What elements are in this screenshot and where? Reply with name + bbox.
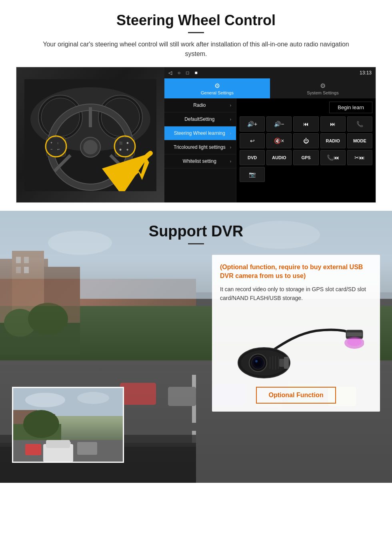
svg-text:⬛: ⬛ — [119, 141, 123, 145]
page-title: Steering Wheel Control — [16, 12, 376, 29]
svg-text:◉: ◉ — [119, 148, 122, 151]
svg-rect-69 — [284, 357, 289, 369]
dvr-device-svg — [228, 311, 364, 379]
ctrl-next[interactable]: ⏭ — [320, 116, 346, 132]
ctrl-radio[interactable]: RADIO — [320, 133, 346, 148]
svg-rect-36 — [24, 267, 29, 273]
ctrl-back[interactable]: ↩ — [240, 133, 265, 148]
android-ui: ◁ ○ □ ■ 13:13 ⚙ General Settings ⚙ Syste… — [164, 67, 376, 202]
begin-learn-button[interactable]: Begin learn — [329, 102, 372, 113]
svg-rect-18 — [115, 137, 134, 156]
settings-tabs: ⚙ General Settings ⚙ System Settings — [164, 78, 376, 98]
optional-function-button[interactable]: Optional Function — [256, 387, 336, 404]
home-icon[interactable]: ○ — [178, 70, 180, 76]
svg-point-63 — [255, 360, 258, 362]
ctrl-prev[interactable]: ⏮ — [293, 116, 318, 132]
svg-rect-46 — [168, 387, 196, 406]
ctrl-audio[interactable]: AUDIO — [266, 150, 292, 165]
menu-whitelist-label: Whitelist setting — [169, 158, 230, 164]
menu-tricoloured-label: Tricoloured light settings — [169, 144, 230, 150]
settings-menu: Radio › DefaultSetting › Steering Wheel … — [164, 98, 236, 202]
svg-rect-80 — [77, 442, 97, 455]
svg-rect-13 — [46, 137, 66, 156]
begin-learn-row: Begin learn — [240, 102, 372, 113]
menu-radio-label: Radio — [169, 102, 230, 108]
svg-rect-33 — [16, 257, 21, 263]
back-icon[interactable]: ◁ — [168, 70, 172, 76]
ctrl-power[interactable]: ⏻ — [293, 133, 318, 148]
tab-general-label: General Settings — [201, 90, 234, 95]
svg-text:−: − — [50, 147, 52, 151]
svg-rect-81 — [25, 444, 41, 455]
settings-main-content: Radio › DefaultSetting › Steering Wheel … — [164, 98, 376, 202]
svg-point-72 — [77, 392, 109, 404]
menu-steering-label: Steering Wheel learning — [169, 130, 230, 136]
menu-item-whitelist[interactable]: Whitelist setting › — [164, 154, 236, 168]
status-bar: ◁ ○ □ ■ 13:13 — [164, 67, 376, 78]
dvr-info-box: (Optional function, require to buy exter… — [212, 255, 380, 412]
nav-icons: ◁ ○ □ ■ — [168, 70, 198, 76]
ctrl-vol-up[interactable]: 🔊+ — [240, 116, 265, 132]
general-settings-icon: ⚙ — [214, 82, 220, 90]
controls-panel: Begin learn 🔊+ 🔊− ⏮ ⏭ 📞 ↩ 🔇× ⏻ RADIO — [236, 98, 376, 202]
dvr-divider — [188, 243, 204, 244]
svg-point-62 — [254, 359, 262, 367]
svg-point-71 — [25, 393, 65, 407]
ctrl-phone[interactable]: 📞 — [347, 116, 372, 132]
tab-general-settings[interactable]: ⚙ General Settings — [164, 78, 270, 98]
menu-item-radio[interactable]: Radio › — [164, 98, 236, 112]
svg-text:✱: ✱ — [126, 142, 129, 144]
chevron-icon-3: › — [230, 131, 231, 136]
svg-rect-55 — [347, 332, 362, 336]
dvr-footage-svg — [13, 388, 124, 463]
menu-item-tricoloured[interactable]: Tricoloured light settings › — [164, 140, 236, 154]
steering-wheel-section: Steering Wheel Control Your original car… — [0, 0, 392, 211]
menu-default-label: DefaultSetting — [169, 116, 230, 122]
chevron-icon-4: › — [230, 145, 231, 150]
screenshot-area: + − ↕ ↩ ⬛ ◉ ✱ ◈ — [16, 67, 376, 203]
ctrl-call-prev[interactable]: 📞⏮ — [320, 150, 346, 165]
menu-item-default-setting[interactable]: DefaultSetting › — [164, 112, 236, 126]
steering-wheel-photo: + − ↕ ↩ ⬛ ◉ ✱ ◈ — [16, 67, 164, 203]
dvr-title-section: Support DVR — [0, 223, 392, 244]
svg-rect-34 — [24, 257, 29, 263]
ctrl-camera[interactable]: 📷 — [240, 167, 265, 182]
menu-icon[interactable]: ■ — [195, 70, 198, 76]
svg-text:+: + — [50, 141, 52, 145]
ctrl-gps[interactable]: GPS — [293, 150, 318, 165]
title-divider — [188, 32, 204, 33]
svg-text:↕: ↕ — [57, 142, 59, 144]
svg-point-39 — [28, 303, 68, 335]
svg-point-12 — [83, 140, 98, 154]
ctrl-vol-down[interactable]: 🔊− — [266, 116, 292, 132]
status-time: 13:13 — [360, 70, 372, 76]
chevron-icon-2: › — [230, 117, 231, 122]
svg-point-76 — [23, 410, 59, 438]
chevron-icon: › — [230, 103, 231, 108]
info-box-title: (Optional function, require to buy exter… — [220, 263, 372, 281]
tab-system-settings[interactable]: ⚙ System Settings — [270, 78, 376, 98]
recents-icon[interactable]: □ — [186, 70, 189, 76]
tab-system-label: System Settings — [307, 90, 338, 95]
menu-item-steering-wheel[interactable]: Steering Wheel learning › — [164, 126, 236, 140]
dvr-title: Support DVR — [0, 223, 392, 240]
svg-text:↩: ↩ — [57, 148, 60, 151]
svg-rect-45 — [120, 383, 156, 405]
svg-rect-83 — [46, 440, 70, 448]
chevron-icon-5: › — [230, 159, 231, 164]
ctrl-mode[interactable]: MODE — [347, 133, 372, 148]
svg-rect-35 — [16, 267, 21, 273]
dvr-section: Support DVR (Optional function, require … — [0, 211, 392, 483]
ctrl-dvd[interactable]: DVD — [240, 150, 265, 165]
svg-point-57 — [347, 338, 362, 346]
controls-grid: 🔊+ 🔊− ⏮ ⏭ 📞 ↩ 🔇× ⏻ RADIO MODE DVD AUDI — [240, 116, 372, 182]
section-description: Your original car's steering wheel contr… — [32, 40, 360, 59]
info-box-text: It can record video only to storage in G… — [220, 285, 372, 303]
steering-wheel-image: + − ↕ ↩ ⬛ ◉ ✱ ◈ — [24, 79, 156, 191]
ctrl-mute[interactable]: 🔇× — [266, 133, 292, 148]
dvr-thumbnail — [12, 387, 124, 463]
system-settings-icon: ⚙ — [320, 82, 326, 90]
ctrl-call-next[interactable]: ✂⏭ — [347, 150, 372, 165]
